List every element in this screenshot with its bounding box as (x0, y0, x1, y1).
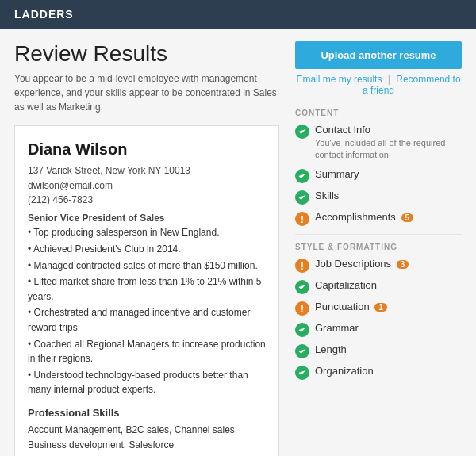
job-descriptions-text: Job Descriptions 3 (315, 258, 462, 270)
resume-bullet: Lifted market share from less than 1% to… (28, 274, 266, 304)
check-orange-icon: ! (295, 301, 309, 316)
punctuation-label: Punctuation (315, 301, 370, 312)
content-section-label: CONTENT (295, 109, 462, 117)
resume-name: Diana Wilson (28, 137, 266, 162)
contact-info-label: Contact Info (315, 124, 370, 136)
contact-info-desc: You've included all of the required cont… (315, 137, 462, 162)
right-links: Email me my results | Recommend to a fri… (295, 74, 462, 96)
resume-bullet: Understood technology-based products bet… (28, 368, 266, 397)
check-item-length: Length (295, 343, 462, 358)
job-descriptions-label: Job Descriptions (315, 258, 391, 270)
grammar-label: Grammar (315, 322, 359, 334)
job-descriptions-badge: 3 (397, 260, 409, 269)
capitalization-text: Capitalization (315, 279, 462, 291)
accomplishments-label: Accomplishments (315, 211, 396, 223)
check-green-icon (295, 344, 309, 358)
svg-text:!: ! (301, 213, 304, 224)
resume-email: dwilson@email.com (28, 178, 266, 194)
organization-label: Organization (315, 365, 374, 377)
check-green-icon (295, 323, 309, 337)
check-green-icon (295, 280, 309, 294)
summary-label: Summary (315, 168, 359, 180)
check-item-job-descriptions: ! Job Descriptions 3 (295, 258, 462, 273)
resume-address: 137 Varick Street, New York NY 10013 (28, 163, 266, 178)
organization-text: Organization (315, 365, 462, 377)
check-green-icon (295, 366, 309, 380)
accomplishments-badge: 5 (401, 213, 414, 222)
resume-bullet: Achieved President's Club in 2014. (28, 242, 266, 257)
punctuation-text: Punctuation 1 (315, 301, 462, 312)
section-divider (295, 234, 462, 235)
length-text: Length (315, 343, 462, 355)
right-panel: Upload another resume Email me my result… (295, 41, 462, 456)
resume-bullet: Coached all Regional Managers to increas… (28, 337, 266, 366)
punctuation-badge: 1 (374, 303, 387, 312)
check-item-capitalization: Capitalization (295, 279, 462, 294)
check-item-organization: Organization (295, 365, 462, 380)
check-item-skills: Skills (295, 190, 462, 205)
intro-text: You appear to be a mid-level employee wi… (14, 71, 279, 114)
check-item-contact-info: Contact Info You've included all of the … (295, 124, 462, 162)
check-item-accomplishments: ! Accomplishments 5 (295, 211, 462, 226)
check-orange-icon: ! (295, 212, 309, 226)
check-green-icon (295, 125, 309, 139)
check-green-icon (295, 169, 309, 183)
accomplishments-text: Accomplishments 5 (315, 211, 462, 223)
summary-text: Summary (315, 168, 462, 180)
prof-skills-heading: Professional Skills (28, 405, 266, 421)
check-green-icon (295, 190, 309, 205)
resume-bullets-list: Top producing salesperson in New England… (28, 225, 266, 397)
email-results-link[interactable]: Email me my results (296, 74, 382, 85)
app-logo: LADDERS (14, 8, 74, 21)
skills-text: Skills (315, 190, 462, 201)
check-item-summary: Summary (295, 168, 462, 183)
svg-text:!: ! (301, 260, 304, 271)
resume-job-title: Senior Vice President of Sales (28, 211, 266, 226)
left-panel: Review Results You appear to be a mid-le… (14, 41, 279, 456)
style-section-label: STYLE & FORMATTING (295, 243, 462, 251)
length-label: Length (315, 343, 347, 355)
resume-phone: (212) 456-7823 (28, 193, 266, 208)
resume-bullet: Managed contracted sales of more than $1… (28, 259, 266, 274)
prof-skills-text: Account Management, B2C sales, Channel s… (28, 423, 266, 452)
resume-bullet: Top producing salesperson in New England… (28, 225, 266, 240)
resume-preview: Diana Wilson 137 Varick Street, New York… (14, 125, 279, 456)
check-item-grammar: Grammar (295, 322, 462, 337)
skills-label: Skills (315, 190, 339, 201)
capitalization-label: Capitalization (315, 279, 377, 291)
svg-text:!: ! (301, 303, 304, 314)
upload-resume-button[interactable]: Upload another resume (295, 41, 462, 69)
grammar-text: Grammar (315, 322, 462, 334)
check-item-punctuation: ! Punctuation 1 (295, 301, 462, 316)
check-orange-icon: ! (295, 259, 309, 273)
contact-info-text: Contact Info You've included all of the … (315, 124, 462, 162)
resume-bullet: Orchestrated and managed incentive and c… (28, 305, 266, 335)
page-title: Review Results (14, 41, 279, 67)
app-header: LADDERS (0, 0, 476, 29)
